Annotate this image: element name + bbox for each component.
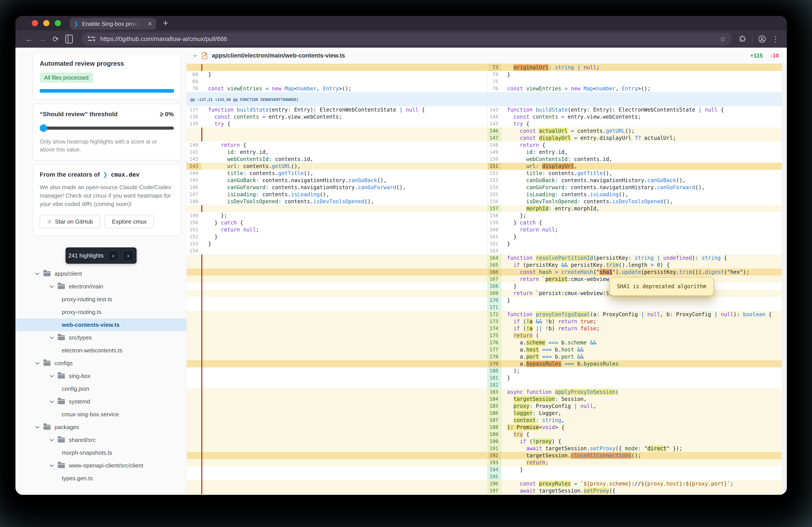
close-window-button[interactable] (32, 20, 38, 26)
tree-item-proxy-routing-test-ts[interactable]: proxy-routing.test.ts (15, 293, 186, 306)
tree-item-systemd[interactable]: systemd (15, 395, 186, 408)
old-code-cell (201, 367, 487, 374)
chevron-down-icon[interactable] (50, 437, 54, 441)
old-code-cell: }; (201, 212, 487, 219)
new-line-number: 191 (487, 445, 501, 452)
old-code-cell (201, 431, 487, 438)
chevron-down-icon[interactable] (35, 424, 39, 428)
old-code-cell (201, 269, 487, 276)
new-line-number: 194 (487, 466, 501, 473)
new-line-number: 180 (487, 367, 501, 374)
threshold-slider[interactable] (40, 124, 174, 132)
extensions-puzzle-icon[interactable] (739, 35, 746, 43)
collapse-chevron-icon[interactable] (193, 54, 197, 57)
tree-item-cmux-sing-box-service[interactable]: cmux-sing-box.service (15, 408, 186, 421)
prev-highlight-button[interactable]: ‹ (108, 250, 119, 261)
address-bar[interactable]: https://0github.com/manaflow-ai/cmux/pul… (82, 33, 732, 45)
old-line-number (187, 445, 201, 452)
star-on-github-button[interactable]: ☆ Star on GitHub (40, 215, 100, 228)
diff-row: 153}162} (187, 240, 787, 247)
bookmark-star-icon[interactable]: ☆ (720, 35, 726, 43)
deprecation-tooltip: SHA1 is deprecated algorithm (609, 277, 714, 296)
forward-icon[interactable]: → (37, 35, 48, 43)
tree-item-packages[interactable]: packages (15, 421, 186, 434)
new-line-number: 182 (487, 381, 501, 389)
diff-row: 73 originalUrl: string | null; (187, 64, 787, 71)
diff-row: 152 }161 } (187, 233, 787, 240)
new-code-cell: const proxyRules = `${proxy.scheme}://${… (501, 480, 787, 487)
tree-item-apps-client[interactable]: apps/client (15, 267, 186, 280)
zoom-window-button[interactable] (55, 20, 61, 26)
progress-bar (40, 89, 174, 93)
new-line-number: 154 (487, 184, 501, 191)
slider-thumb[interactable] (40, 124, 47, 132)
tree-item-morph-snapshots-ts[interactable]: morph-snapshots.ts (15, 446, 186, 459)
new-code-cell (501, 381, 787, 389)
next-highlight-button[interactable]: › (123, 250, 134, 261)
tab-close-icon[interactable]: ✕ (147, 20, 152, 27)
old-line-number: 153 (187, 240, 201, 247)
minimize-window-button[interactable] (43, 20, 49, 26)
side-panel-icon[interactable] (65, 35, 73, 43)
old-code-cell (201, 395, 487, 403)
cmux-brand-link[interactable]: cmux.dev (111, 171, 140, 178)
profile-avatar-icon[interactable] (758, 35, 766, 43)
slider-track[interactable] (40, 126, 174, 130)
tree-item-proxy-routing-ts[interactable]: proxy-routing.ts (15, 306, 186, 318)
old-code-cell (201, 452, 487, 459)
diff-row: 149 };158 }; (187, 212, 787, 219)
new-line-number: 143 (487, 106, 501, 113)
chevron-down-icon[interactable] (50, 399, 54, 403)
back-icon[interactable]: ← (24, 35, 35, 43)
chevron-down-icon[interactable] (50, 463, 54, 467)
new-code-cell: a.port === b.port && (501, 353, 787, 360)
tree-item-types-gen-ts[interactable]: types.gen.ts (15, 472, 186, 485)
tree-item-src-types[interactable]: src/types (15, 331, 186, 344)
old-line-number (187, 403, 201, 410)
new-code-cell: return; (501, 459, 787, 466)
diff-scrollbar[interactable] (782, 64, 787, 495)
chevron-down-icon[interactable] (50, 335, 54, 339)
chevron-down-icon[interactable] (50, 373, 54, 377)
new-line-number: 145 (487, 120, 501, 127)
site-settings-icon[interactable] (88, 36, 95, 42)
new-tab-button[interactable]: + (163, 18, 168, 28)
tree-item-www-openapi-client-src-client[interactable]: www-openapi-client/src/client (15, 459, 186, 472)
chevron-down-icon[interactable] (35, 361, 39, 364)
chevron-down-icon[interactable] (50, 284, 54, 288)
folder-icon (58, 374, 65, 379)
tree-item-sing-box[interactable]: sing-box (15, 370, 186, 382)
new-line-number: 188 (487, 424, 501, 431)
tree-item-electron-webcontents-ts[interactable]: electron-webcontents.ts (15, 344, 186, 357)
new-line-number: 184 (487, 395, 501, 403)
tree-item-config-json[interactable]: config.json (15, 382, 186, 395)
new-line-number: 74 (487, 71, 501, 78)
old-code-cell (201, 480, 487, 487)
tree-item-electron-main[interactable]: electron/main (15, 280, 186, 293)
old-line-number (187, 473, 201, 480)
old-line-number (187, 360, 201, 367)
explore-cmux-button[interactable]: Explore cmux (105, 215, 154, 228)
new-code-cell: } (501, 71, 787, 78)
old-line-number: 69 (187, 78, 201, 85)
chevron-down-icon[interactable] (35, 271, 39, 275)
new-line-number: 151 (487, 163, 501, 170)
browser-tab[interactable]: ❯ Enable Sing-box proxy f ✕ (70, 18, 156, 30)
tree-item-configs[interactable]: configs (15, 357, 186, 370)
diff-row: 164function resolvePartitionId(persistKe… (187, 254, 787, 261)
new-code-cell (501, 247, 787, 254)
new-code-cell: if (!proxy) { (501, 438, 787, 445)
reload-icon[interactable]: ⟳ (50, 35, 61, 43)
new-line-number: 187 (487, 417, 501, 424)
diff-row: 146 canGoForward: contents.navigationHis… (187, 184, 787, 191)
tree-item-shared-src[interactable]: shared/src (15, 434, 186, 446)
menu-kebab-icon[interactable]: ⋮ (772, 35, 779, 43)
old-code-cell (201, 438, 487, 445)
cmux-arrow-icon: ❯ (103, 171, 108, 178)
new-line-number: 147 (487, 135, 501, 141)
diff-row: 139 try {145 try { (187, 120, 787, 127)
old-code-cell: return null; (201, 226, 487, 233)
diff-file-header[interactable]: apps/client/electron/main/web-contents-v… (187, 48, 787, 64)
tree-item-web-contents-view-ts[interactable]: web-contents-view.ts (15, 318, 186, 331)
new-line-number: 146 (487, 127, 501, 135)
